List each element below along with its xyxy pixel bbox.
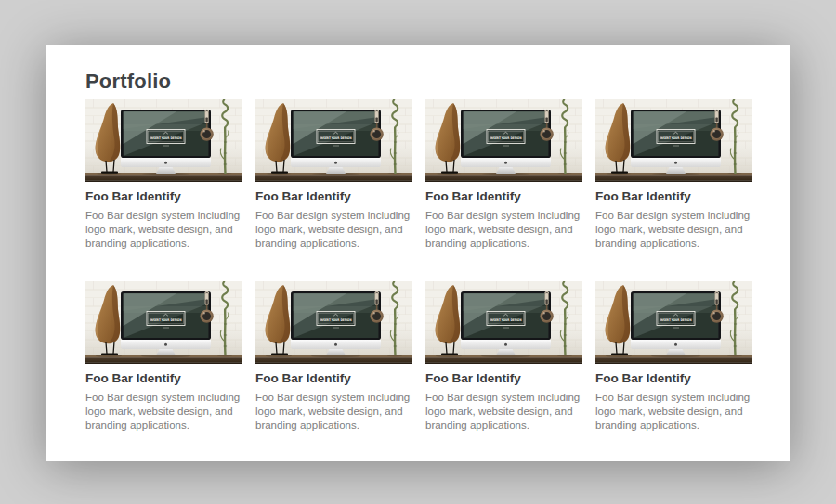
portfolio-card[interactable]: Foo Bar Identify Foo Bar design system i…: [255, 99, 412, 251]
portfolio-thumbnail[interactable]: [255, 99, 412, 182]
portfolio-grid: Foo Bar Identify Foo Bar design system i…: [85, 99, 752, 433]
portfolio-thumbnail[interactable]: [85, 99, 242, 182]
page-title: Portfolio: [85, 70, 752, 94]
portfolio-item-description: Foo Bar design system including logo mar…: [595, 209, 752, 251]
portfolio-thumbnail[interactable]: [425, 99, 582, 182]
portfolio-card[interactable]: Foo Bar Identify Foo Bar design system i…: [425, 99, 582, 251]
portfolio-item-title: Foo Bar Identify: [595, 371, 752, 386]
portfolio-item-title: Foo Bar Identify: [85, 189, 242, 204]
portfolio-card[interactable]: Foo Bar Identify Foo Bar design system i…: [595, 281, 752, 433]
portfolio-thumbnail[interactable]: [595, 281, 752, 364]
portfolio-item-description: Foo Bar design system including logo mar…: [425, 391, 582, 433]
portfolio-thumbnail[interactable]: [255, 281, 412, 364]
portfolio-item-title: Foo Bar Identify: [425, 371, 582, 386]
portfolio-item-description: Foo Bar design system including logo mar…: [425, 209, 582, 251]
portfolio-item-description: Foo Bar design system including logo mar…: [255, 391, 412, 433]
portfolio-thumbnail[interactable]: [425, 281, 582, 364]
portfolio-card[interactable]: Foo Bar Identify Foo Bar design system i…: [85, 281, 242, 433]
desktop-background: Portfolio Foo Bar Identify Foo Bar desig…: [0, 0, 836, 504]
portfolio-card[interactable]: Foo Bar Identify Foo Bar design system i…: [595, 99, 752, 251]
portfolio-item-description: Foo Bar design system including logo mar…: [595, 391, 752, 433]
portfolio-item-title: Foo Bar Identify: [255, 371, 412, 386]
portfolio-card[interactable]: Foo Bar Identify Foo Bar design system i…: [85, 99, 242, 251]
portfolio-thumbnail[interactable]: [85, 281, 242, 364]
portfolio-item-title: Foo Bar Identify: [595, 189, 752, 204]
portfolio-item-description: Foo Bar design system including logo mar…: [255, 209, 412, 251]
portfolio-item-title: Foo Bar Identify: [425, 189, 582, 204]
portfolio-item-title: Foo Bar Identify: [85, 371, 242, 386]
portfolio-card[interactable]: Foo Bar Identify Foo Bar design system i…: [425, 281, 582, 433]
portfolio-item-description: Foo Bar design system including logo mar…: [85, 391, 242, 433]
portfolio-thumbnail[interactable]: [595, 99, 752, 182]
portfolio-item-description: Foo Bar design system including logo mar…: [85, 209, 242, 251]
portfolio-page: Portfolio Foo Bar Identify Foo Bar desig…: [46, 45, 790, 461]
portfolio-card[interactable]: Foo Bar Identify Foo Bar design system i…: [255, 281, 412, 433]
portfolio-item-title: Foo Bar Identify: [255, 189, 412, 204]
